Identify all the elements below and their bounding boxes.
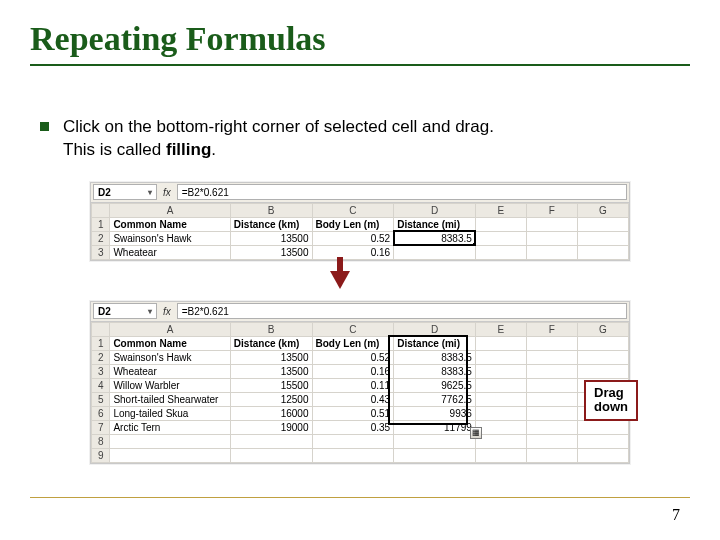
cell[interactable] (577, 217, 628, 231)
formula-input[interactable]: =B2*0.621 (177, 184, 627, 200)
name-box[interactable]: D2 ▾ (93, 184, 157, 200)
cell[interactable]: Distance (km) (230, 217, 312, 231)
cell[interactable]: 9936 (394, 406, 476, 420)
cell[interactable]: Swainson's Hawk (110, 231, 230, 245)
cell[interactable]: Distance (km) (230, 336, 312, 350)
cell[interactable] (475, 231, 526, 245)
cell[interactable]: 0.43 (312, 392, 394, 406)
col-header[interactable]: A (110, 203, 230, 217)
col-header[interactable]: D (394, 203, 476, 217)
cell[interactable]: 0.52 (312, 231, 394, 245)
cell[interactable]: Common Name (110, 336, 230, 350)
cell[interactable] (526, 378, 577, 392)
cell[interactable]: 19000 (230, 420, 312, 434)
cell[interactable] (475, 420, 526, 434)
fx-icon[interactable]: fx (161, 306, 173, 317)
cell[interactable] (577, 364, 628, 378)
cell[interactable] (475, 434, 526, 448)
cell[interactable] (475, 350, 526, 364)
row-header[interactable]: 6 (92, 406, 110, 420)
cell[interactable]: 13500 (230, 364, 312, 378)
cell[interactable] (577, 336, 628, 350)
row-header[interactable]: 7 (92, 420, 110, 434)
cell[interactable] (475, 378, 526, 392)
cell[interactable]: Common Name (110, 217, 230, 231)
col-header[interactable]: C (312, 322, 394, 336)
cell[interactable]: Wheatear (110, 245, 230, 259)
cell[interactable] (526, 434, 577, 448)
cell[interactable]: Body Len (m) (312, 217, 394, 231)
cell[interactable]: Long-tailed Skua (110, 406, 230, 420)
row-header[interactable]: 1 (92, 336, 110, 350)
row-header[interactable]: 3 (92, 364, 110, 378)
col-header[interactable]: B (230, 322, 312, 336)
cell[interactable] (394, 448, 476, 462)
col-header[interactable]: D (394, 322, 476, 336)
row-header[interactable]: 4 (92, 378, 110, 392)
col-header[interactable]: F (526, 203, 577, 217)
cell[interactable] (526, 406, 577, 420)
cell[interactable] (526, 364, 577, 378)
cell[interactable]: 0.16 (312, 364, 394, 378)
cell[interactable]: 0.16 (312, 245, 394, 259)
cell[interactable] (312, 434, 394, 448)
grid-before[interactable]: A B C D E F G 1 Common Name Distance (km… (91, 203, 629, 260)
cell[interactable] (577, 434, 628, 448)
corner-cell[interactable] (92, 203, 110, 217)
cell[interactable]: 11799 (394, 420, 476, 434)
cell[interactable] (475, 392, 526, 406)
cell[interactable] (230, 434, 312, 448)
cell[interactable]: Distance (mi) (394, 336, 476, 350)
cell[interactable] (526, 392, 577, 406)
selected-cell[interactable]: 8383.5 (394, 231, 476, 245)
cell[interactable]: Wheatear (110, 364, 230, 378)
cell[interactable]: 0.11 (312, 378, 394, 392)
cell[interactable]: Body Len (m) (312, 336, 394, 350)
cell[interactable] (394, 434, 476, 448)
cell[interactable] (577, 231, 628, 245)
cell[interactable] (394, 245, 476, 259)
grid-after[interactable]: A B C D E F G 1 Common Name Distance (km… (91, 322, 629, 463)
cell[interactable] (312, 448, 394, 462)
cell[interactable] (577, 448, 628, 462)
row-header[interactable]: 1 (92, 217, 110, 231)
autofill-options-icon[interactable]: ▦ (470, 427, 482, 439)
cell[interactable]: 13500 (230, 350, 312, 364)
col-header[interactable]: B (230, 203, 312, 217)
cell[interactable]: 8383.5 (394, 364, 476, 378)
dropdown-icon[interactable]: ▾ (148, 307, 152, 316)
dropdown-icon[interactable]: ▾ (148, 188, 152, 197)
formula-input[interactable]: =B2*0.621 (177, 303, 627, 319)
col-header[interactable]: E (475, 203, 526, 217)
col-header[interactable]: G (577, 322, 628, 336)
cell[interactable]: 0.35 (312, 420, 394, 434)
cell[interactable]: 0.51 (312, 406, 394, 420)
cell[interactable] (475, 406, 526, 420)
fill-handle[interactable] (473, 243, 476, 246)
cell[interactable]: 9625.5 (394, 378, 476, 392)
fx-icon[interactable]: fx (161, 187, 173, 198)
cell[interactable]: Short-tailed Shearwater (110, 392, 230, 406)
cell[interactable] (475, 336, 526, 350)
row-header[interactable]: 2 (92, 350, 110, 364)
row-header[interactable]: 5 (92, 392, 110, 406)
cell[interactable]: Distance (mi) (394, 217, 476, 231)
cell[interactable]: 8383.5 (394, 350, 476, 364)
cell[interactable]: Swainson's Hawk (110, 350, 230, 364)
cell[interactable]: 16000 (230, 406, 312, 420)
corner-cell[interactable] (92, 322, 110, 336)
cell[interactable] (475, 245, 526, 259)
cell[interactable] (577, 350, 628, 364)
col-header[interactable]: G (577, 203, 628, 217)
cell[interactable] (526, 217, 577, 231)
cell[interactable]: 15500 (230, 378, 312, 392)
cell[interactable]: 0.52 (312, 350, 394, 364)
row-header[interactable]: 8 (92, 434, 110, 448)
row-header[interactable]: 3 (92, 245, 110, 259)
cell[interactable] (577, 245, 628, 259)
cell[interactable] (526, 350, 577, 364)
col-header[interactable]: C (312, 203, 394, 217)
cell[interactable] (526, 231, 577, 245)
cell[interactable]: 12500 (230, 392, 312, 406)
cell[interactable] (110, 448, 230, 462)
